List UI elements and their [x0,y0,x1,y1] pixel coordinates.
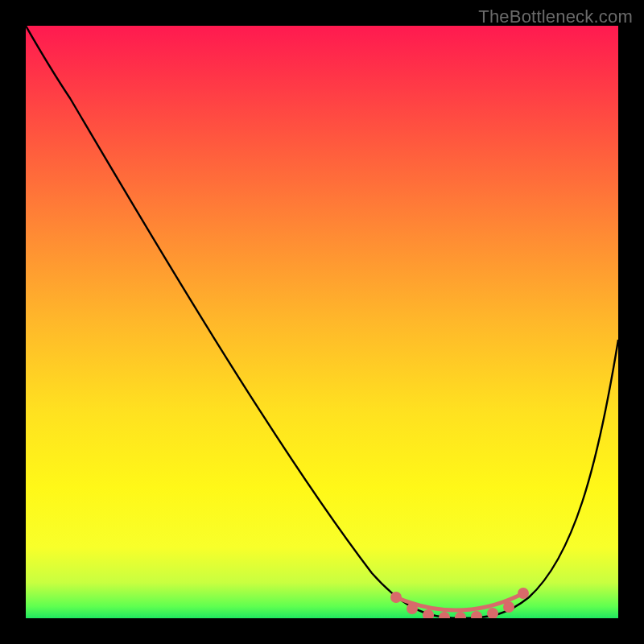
bottleneck-curve-path [26,26,618,618]
svg-point-6 [489,610,496,617]
bottleneck-chart: TheBottleneck.com [0,0,644,644]
curve-layer [26,26,618,618]
watermark-text: TheBottleneck.com [478,6,633,27]
svg-point-1 [409,605,415,612]
svg-point-5 [473,613,480,618]
svg-point-2 [425,612,431,618]
highlight-band [393,590,526,618]
svg-point-4 [457,614,464,618]
svg-point-7 [506,604,512,610]
svg-point-3 [441,614,448,618]
svg-point-8 [520,590,526,597]
